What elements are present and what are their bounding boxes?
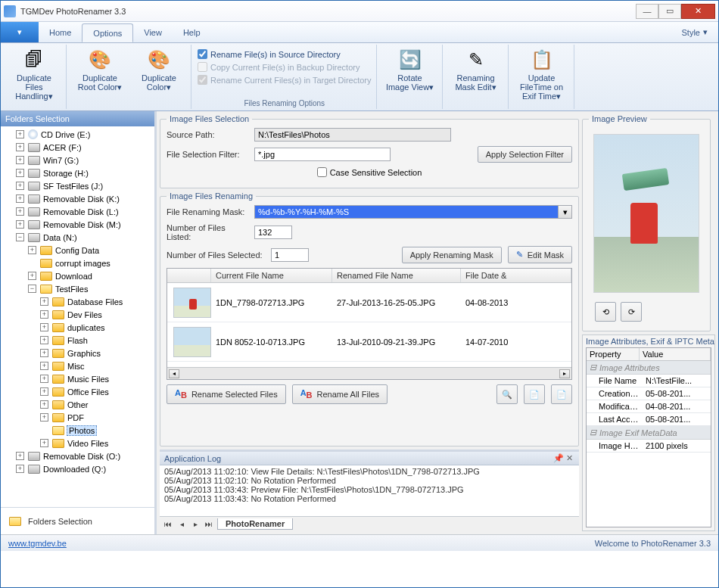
- tab-view[interactable]: View: [133, 22, 173, 42]
- close-log-icon[interactable]: ✕: [564, 453, 574, 464]
- tree-node[interactable]: +Removable Disk (O:): [4, 450, 154, 462]
- collapse-icon[interactable]: ⊟: [590, 428, 596, 437]
- scroll-left-icon[interactable]: ◂: [169, 369, 179, 378]
- tab-home[interactable]: Home: [39, 22, 82, 42]
- expand-icon[interactable]: −: [28, 285, 36, 293]
- tree-node[interactable]: +ACER (F:): [4, 141, 154, 154]
- tree-node[interactable]: +Removable Disk (L:): [4, 205, 154, 218]
- attr-row[interactable]: Last Acces...05-08-201...: [587, 413, 711, 426]
- attr-category[interactable]: ⊟Image Attributes: [587, 361, 711, 375]
- tree-node[interactable]: +PDF: [4, 411, 154, 424]
- tree-node[interactable]: +Graphics: [4, 347, 154, 359]
- scroll-right-icon[interactable]: ▸: [559, 369, 570, 378]
- tab-options[interactable]: Options: [82, 23, 133, 42]
- expand-icon[interactable]: +: [40, 349, 48, 357]
- tree-node[interactable]: +Win7 (G:): [4, 154, 154, 166]
- attr-row[interactable]: File NameN:\TestFile...: [587, 375, 711, 387]
- duplicate-files-handling-button[interactable]: 🗐 Duplicate Files Handling▾: [7, 46, 61, 102]
- log-prev-icon[interactable]: ◂: [176, 519, 187, 530]
- style-menu[interactable]: Style ▾: [671, 22, 718, 42]
- tree-node[interactable]: +SF TestFiles (J:): [4, 179, 154, 192]
- expand-icon[interactable]: +: [40, 387, 48, 396]
- rename-all-files-button[interactable]: ABRename All Files: [292, 384, 388, 403]
- renaming-mask-combo[interactable]: ▾: [254, 205, 572, 219]
- tree-node[interactable]: −Data (N:): [4, 231, 154, 244]
- expand-icon[interactable]: +: [16, 207, 24, 216]
- expand-icon[interactable]: +: [40, 297, 48, 306]
- file-row[interactable]: 1DN 8052-10-0713.JPG13-Jul-2010-09-21-39…: [167, 322, 571, 362]
- attr-category[interactable]: ⊟Image Exif MetaData: [587, 426, 711, 440]
- expand-icon[interactable]: +: [16, 194, 24, 203]
- expand-icon[interactable]: +: [40, 400, 48, 409]
- copy-backup-checkbox[interactable]: Copy Current File(s) in Backup Directory: [198, 62, 372, 72]
- tree-node[interactable]: +Removable Disk (M:): [4, 218, 154, 231]
- apply-renaming-mask-button[interactable]: Apply Renaming Mask: [402, 247, 502, 263]
- tree-node[interactable]: +duplicates: [4, 321, 154, 334]
- expand-icon[interactable]: +: [16, 169, 24, 177]
- tree-node[interactable]: +Video Files: [4, 437, 154, 450]
- next-file-button[interactable]: 📄: [551, 384, 572, 404]
- file-row[interactable]: 1DN_7798-072713.JPG27-Jul-2013-16-25-05.…: [167, 283, 571, 322]
- duplicate-color-button[interactable]: 🎨 Duplicate Color▾: [132, 46, 186, 93]
- log-first-icon[interactable]: ⏮: [163, 519, 173, 530]
- expand-icon[interactable]: +: [40, 323, 48, 331]
- file-list[interactable]: Current File Name Renamed File Name File…: [167, 268, 572, 380]
- close-button[interactable]: ✕: [681, 4, 715, 19]
- tree-node[interactable]: +Flash: [4, 334, 154, 347]
- duplicate-root-color-button[interactable]: 🎨 Duplicate Root Color▾: [73, 46, 127, 93]
- tree-node[interactable]: +Office Files: [4, 385, 154, 398]
- expand-icon[interactable]: +: [40, 375, 48, 383]
- rename-in-source-checkbox[interactable]: Rename File(s) in Source Directory: [198, 49, 372, 59]
- horizontal-scrollbar[interactable]: ◂ ▸: [167, 367, 571, 379]
- rename-target-checkbox[interactable]: Rename Current Files(s) in Target Direct…: [198, 75, 372, 85]
- update-filetime-button[interactable]: 📋 Update FileTime on Exif Time▾: [515, 46, 569, 102]
- rotate-left-button[interactable]: ⟲: [595, 302, 616, 322]
- prev-file-button[interactable]: 📄: [524, 384, 545, 404]
- sidebar-footer[interactable]: Folders Selection: [1, 507, 154, 534]
- expand-icon[interactable]: +: [16, 182, 24, 190]
- rotate-right-button[interactable]: ⟳: [621, 302, 642, 322]
- tree-node[interactable]: Photos: [4, 424, 154, 437]
- tree-node[interactable]: +Storage (H:): [4, 166, 154, 179]
- expand-icon[interactable]: +: [40, 439, 48, 447]
- tree-node[interactable]: +Database Files: [4, 295, 154, 308]
- source-path-field[interactable]: [254, 128, 451, 142]
- log-last-icon[interactable]: ⏭: [204, 519, 214, 530]
- file-menu-button[interactable]: ▾: [1, 22, 39, 42]
- expand-icon[interactable]: +: [40, 362, 48, 370]
- tree-node[interactable]: corrupt images: [4, 257, 154, 269]
- rotate-image-view-button[interactable]: 🔄 Rotate Image View▾: [383, 46, 437, 93]
- pin-icon[interactable]: 📌: [553, 453, 564, 464]
- folder-tree[interactable]: +CD Drive (E:)+ACER (F:)+Win7 (G:)+Stora…: [1, 126, 154, 507]
- log-next-icon[interactable]: ▸: [190, 519, 201, 530]
- expand-icon[interactable]: +: [40, 413, 48, 422]
- edit-mask-button[interactable]: ✎Edit Mask: [508, 246, 572, 263]
- expand-icon[interactable]: +: [16, 220, 24, 229]
- tree-node[interactable]: +Download: [4, 269, 154, 282]
- maximize-button[interactable]: ▭: [658, 4, 681, 19]
- attributes-grid[interactable]: PropertyValue ⊟Image Attributes File Nam…: [586, 347, 711, 527]
- find-button[interactable]: 🔍: [496, 384, 518, 404]
- renaming-mask-input[interactable]: [254, 205, 559, 219]
- expand-icon[interactable]: +: [40, 310, 48, 319]
- website-link[interactable]: www.tgmdev.be: [8, 539, 67, 548]
- rename-selected-files-button[interactable]: ABRename Selected Files: [167, 384, 286, 403]
- tree-node[interactable]: +Config Data: [4, 244, 154, 257]
- expand-icon[interactable]: +: [28, 246, 36, 254]
- minimize-button[interactable]: —: [636, 4, 658, 19]
- tree-node[interactable]: +Downloaded (Q:): [4, 462, 154, 475]
- log-body[interactable]: 05/Aug/2013 11:02:10: View File Details:…: [160, 465, 579, 516]
- attr-row[interactable]: Creation Ti...05-08-201...: [587, 387, 711, 400]
- tree-node[interactable]: +Misc: [4, 359, 154, 372]
- tree-node[interactable]: +Removable Disk (K:): [4, 192, 154, 205]
- tab-help[interactable]: Help: [173, 22, 211, 42]
- tree-node[interactable]: −TestFiles: [4, 282, 154, 295]
- expand-icon[interactable]: +: [40, 336, 48, 344]
- collapse-icon[interactable]: ⊟: [590, 362, 596, 372]
- expand-icon[interactable]: +: [16, 465, 24, 473]
- expand-icon[interactable]: +: [16, 130, 24, 138]
- tree-node[interactable]: +Other: [4, 398, 154, 411]
- tree-node[interactable]: +Music Files: [4, 372, 154, 385]
- attr-row[interactable]: Modificatio...04-08-201...: [587, 400, 711, 413]
- expand-icon[interactable]: +: [16, 156, 24, 164]
